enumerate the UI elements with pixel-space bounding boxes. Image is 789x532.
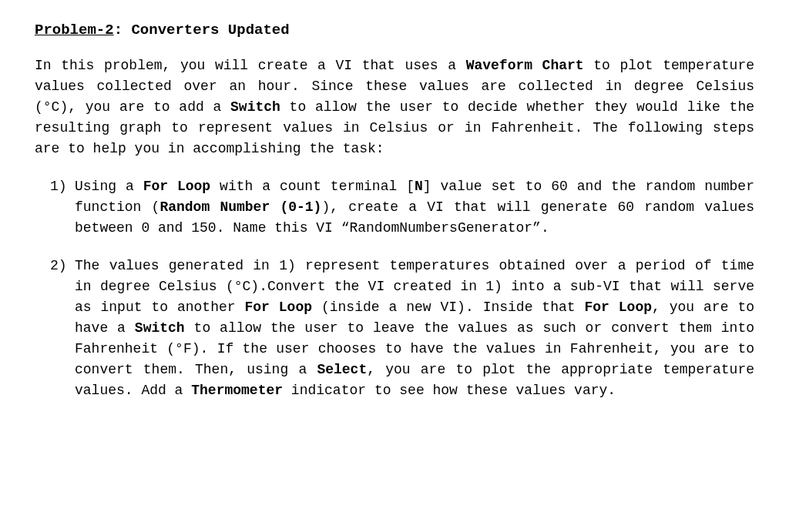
list-item-2: 2) The values generated in 1) represent … — [35, 256, 754, 401]
item2-switch: Switch — [135, 320, 185, 336]
intro-text-a: In this problem, you will create a VI th… — [35, 58, 466, 73]
problem-title: Problem-2: Converters Updated — [35, 19, 754, 42]
item2-select: Select — [317, 362, 367, 377]
item2-t3: (inside a new VI). Inside that — [312, 299, 584, 315]
title-label: Problem-2 — [35, 22, 114, 38]
title-suffix: : Converters Updated — [114, 22, 290, 38]
item2-forloop2: For Loop — [585, 299, 653, 315]
item1-random: Random Number (0-1) — [159, 199, 321, 215]
item2-thermometer: Thermometer — [191, 383, 283, 398]
list-num-1: 1) — [50, 176, 75, 239]
list-num-2: 2) — [50, 256, 75, 401]
item1-t3: with a count terminal [ — [210, 179, 415, 194]
item1-t1: Using a — [75, 179, 143, 194]
item1-n: N — [415, 179, 423, 194]
intro-bold-waveform: Waveform Chart — [466, 58, 584, 73]
intro-paragraph: In this problem, you will create a VI th… — [35, 55, 754, 159]
list-content-2: The values generated in 1) represent tem… — [75, 256, 754, 401]
item2-forloop1: For Loop — [245, 299, 313, 315]
intro-bold-switch: Switch — [230, 99, 280, 115]
list-item-1: 1) Using a For Loop with a count termina… — [35, 176, 754, 239]
item1-forloop: For Loop — [143, 179, 211, 194]
item2-t11: indicator to see how these values vary. — [283, 383, 616, 398]
list-content-1: Using a For Loop with a count terminal [… — [75, 176, 754, 239]
